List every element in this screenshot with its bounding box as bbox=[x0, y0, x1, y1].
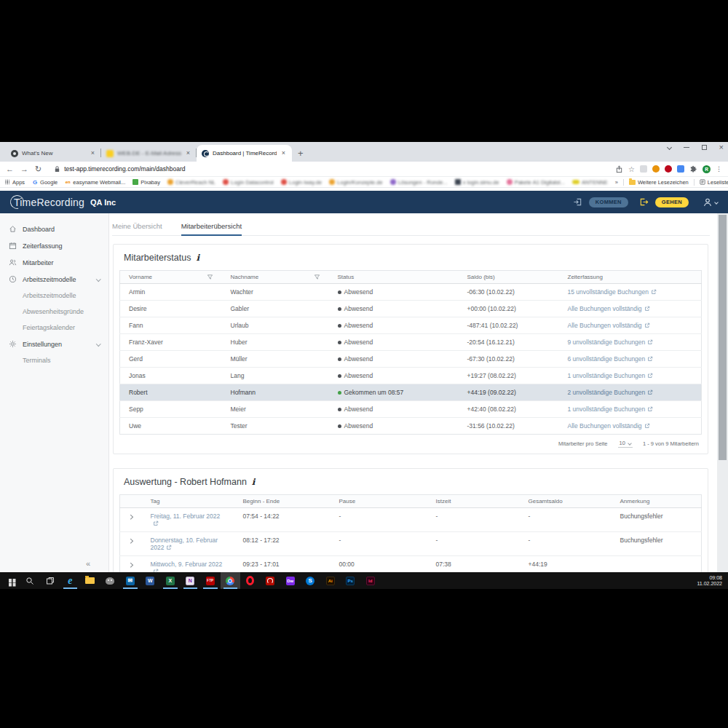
employee-row[interactable]: DesireGablerAbwesend+00:00 (10.02.22)All… bbox=[120, 301, 702, 317]
more-bookmarks-button[interactable]: Weitere Lesezeichen bbox=[629, 179, 689, 186]
taskbar-file-explorer-icon[interactable] bbox=[80, 572, 100, 589]
cell-tag-link[interactable]: Donnerstag, 10. Februar 2022 bbox=[142, 532, 234, 556]
external-link-icon[interactable] bbox=[644, 306, 650, 312]
bookmark-item[interactable]: x login.simu.de bbox=[455, 179, 499, 186]
cell-zeiterfassung-link[interactable]: 15 unvollständige Buchungen bbox=[559, 284, 702, 301]
taskbar-clock[interactable]: 09:0811.02.2022 bbox=[697, 572, 728, 589]
bookmark-star-icon[interactable]: ☆ bbox=[628, 165, 635, 173]
sidebar-item-feiertagskalender[interactable]: Feiertagskalender bbox=[0, 320, 108, 336]
reading-list-button[interactable]: Leseliste bbox=[700, 179, 728, 186]
taskbar-dreamweaver-icon[interactable]: Dw bbox=[280, 572, 301, 589]
employee-row[interactable]: SeppMeierAbwesend+42:40 (08.02.22)1 unvo… bbox=[120, 401, 702, 418]
profile-avatar[interactable]: R bbox=[703, 165, 711, 173]
bookmark-item[interactable]: Apps bbox=[4, 179, 25, 186]
cell-zeiterfassung-link[interactable]: 2 unvollständige Buchungen bbox=[559, 384, 702, 401]
external-link-icon[interactable] bbox=[647, 373, 653, 379]
scrollbar-thumb[interactable] bbox=[719, 215, 727, 460]
employee-row[interactable]: UweTesterAbwesend-31:56 (10.02.22)Alle B… bbox=[120, 418, 702, 435]
taskbar-photoshop-icon[interactable]: Ps bbox=[341, 572, 361, 589]
bookmark-item[interactable]: Pixabay bbox=[132, 179, 160, 186]
sidebar-item-abwesenheitsgr-nde[interactable]: Abwesenheitsgründe bbox=[0, 304, 108, 320]
taskbar-excel-icon[interactable]: X bbox=[160, 572, 181, 589]
external-link-icon[interactable] bbox=[166, 545, 172, 550]
taskbar-task-view-icon[interactable] bbox=[40, 572, 60, 589]
bookmarks-overflow-icon[interactable]: » bbox=[615, 179, 618, 186]
minimize-icon[interactable] bbox=[684, 147, 689, 148]
external-link-icon[interactable] bbox=[153, 521, 159, 526]
sidebar-item-arbeitszeitmodelle[interactable]: Arbeitszeitmodelle bbox=[0, 271, 108, 288]
external-link-icon[interactable] bbox=[647, 356, 653, 362]
taskbar-skype-icon[interactable]: S bbox=[301, 572, 321, 589]
gehen-button[interactable]: GEHEN bbox=[655, 197, 689, 207]
address-bar[interactable]: test-app.timerecording.com/main/dashboar… bbox=[48, 165, 609, 173]
cell-zeiterfassung-link[interactable]: Alle Buchungen vollständig bbox=[559, 418, 702, 435]
taskbar-illustrator-icon[interactable]: Ai bbox=[320, 572, 341, 589]
cell-zeiterfassung-link[interactable]: 9 unvollständige Buchungen bbox=[559, 334, 702, 351]
extension-icon[interactable] bbox=[677, 165, 684, 173]
tab-close-icon[interactable]: × bbox=[280, 150, 287, 157]
sidebar-item-zeiterfassung[interactable]: Zeiterfassung bbox=[0, 237, 108, 254]
taskbar-opera-icon[interactable] bbox=[240, 572, 261, 589]
bookmark-item[interactable]: Login/Konzepte.de bbox=[329, 179, 383, 186]
sidebar-item-mitarbeiter[interactable]: Mitarbeiter bbox=[0, 254, 108, 271]
cell-zeiterfassung-link[interactable]: Alle Buchungen vollständig bbox=[559, 317, 702, 334]
sidebar-item-arbeitszeitmodelle[interactable]: Arbeitszeitmodelle bbox=[0, 288, 108, 304]
external-link-icon[interactable] bbox=[644, 323, 650, 328]
taskbar-filezilla-ftp-icon[interactable]: FTP bbox=[200, 572, 221, 589]
taskbar-acrobat-icon[interactable] bbox=[261, 572, 281, 589]
sidebar-item-terminals[interactable]: Terminals bbox=[0, 352, 108, 368]
employee-row[interactable]: GerdMüllerAbwesend-67:30 (10.02.22)6 unv… bbox=[120, 351, 702, 368]
share-icon[interactable] bbox=[615, 165, 623, 173]
taskbar-search-icon[interactable] bbox=[20, 572, 41, 589]
info-icon[interactable]: i bbox=[196, 253, 199, 263]
chevron-right-icon[interactable] bbox=[128, 539, 132, 543]
taskbar-start-icon[interactable] bbox=[0, 572, 20, 589]
browser-tab[interactable]: Dashboard | TimeRecording× bbox=[197, 145, 292, 162]
browser-tab[interactable]: WEB.DE - E-Mail Adresse koste...× bbox=[101, 145, 197, 162]
back-icon[interactable]: ← bbox=[6, 165, 14, 173]
taskbar-chrome-icon[interactable] bbox=[221, 572, 241, 589]
user-menu[interactable] bbox=[703, 197, 718, 207]
sidebar-item-einstellungen[interactable]: Einstellungen bbox=[0, 336, 108, 352]
employee-row[interactable]: ArminWachterAbwesend-06:30 (10.02.22)15 … bbox=[120, 284, 702, 301]
taskbar-indesign-icon[interactable]: Id bbox=[360, 572, 381, 589]
bookmark-item[interactable]: CleverReach NL bbox=[167, 179, 215, 186]
filter-funnel-icon[interactable] bbox=[314, 274, 320, 280]
cell-zeiterfassung-link[interactable]: Alle Buchungen vollständig bbox=[559, 301, 702, 317]
employee-row[interactable]: Franz-XaverHuberAbwesend-20:54 (16.12.21… bbox=[120, 334, 702, 351]
reload-icon[interactable]: ↻ bbox=[35, 165, 41, 173]
external-link-icon[interactable] bbox=[647, 389, 653, 395]
bookmark-item[interactable]: Login iway.de bbox=[281, 179, 322, 186]
employee-row[interactable]: JonasLangAbwesend+19:27 (08.02.22)1 unvo… bbox=[120, 368, 702, 384]
evaluation-row[interactable]: Donnerstag, 10. Februar 202208:12 - 17:2… bbox=[120, 532, 702, 556]
employee-row[interactable]: RobertHofmannGekommen um 08:57+44:19 (09… bbox=[120, 384, 702, 401]
external-link-icon[interactable] bbox=[647, 406, 653, 412]
extensions-puzzle-icon[interactable] bbox=[689, 165, 697, 173]
extension-icon[interactable] bbox=[665, 165, 672, 173]
taskbar-outlook-icon[interactable]: ✉ bbox=[120, 572, 141, 589]
taskbar-internet-explorer-icon[interactable]: e bbox=[60, 572, 81, 589]
external-link-icon[interactable] bbox=[651, 289, 657, 295]
tab-close-icon[interactable]: × bbox=[90, 150, 96, 157]
cell-zeiterfassung-link[interactable]: 1 unvollständige Buchungen bbox=[559, 368, 702, 384]
employee-row[interactable]: FannUrlaubAbwesend-487:41 (10.02.22)Alle… bbox=[120, 317, 702, 334]
info-icon[interactable]: i bbox=[252, 477, 256, 487]
tab-search-icon[interactable] bbox=[667, 144, 672, 149]
kommen-button[interactable]: KOMMEN bbox=[589, 197, 628, 207]
per-page-select[interactable]: 10 bbox=[618, 440, 633, 448]
new-tab-button[interactable]: + bbox=[298, 148, 304, 159]
cell-expand[interactable] bbox=[120, 508, 142, 532]
bookmark-item[interactable]: Lösungen - Ronde... bbox=[390, 179, 448, 186]
tab-mitarbeiter-bersicht[interactable]: Mitarbeiterübersicht bbox=[181, 222, 242, 236]
cell-zeiterfassung-link[interactable]: 6 unvollständige Buchungen bbox=[559, 351, 702, 368]
sidebar-collapse-button[interactable]: « bbox=[86, 559, 721, 568]
bookmark-item[interactable]: ANTENNE bbox=[572, 179, 608, 186]
tab-close-icon[interactable]: × bbox=[185, 150, 191, 157]
tab-meine-bersicht[interactable]: Meine Übersicht bbox=[112, 222, 162, 236]
browser-menu-icon[interactable]: ⋮ bbox=[716, 165, 722, 173]
maximize-icon[interactable] bbox=[702, 145, 707, 150]
external-link-icon[interactable] bbox=[647, 339, 653, 345]
extension-icon[interactable] bbox=[652, 165, 660, 173]
browser-tab[interactable]: What's New× bbox=[6, 145, 101, 162]
evaluation-row[interactable]: Freitag, 11. Februar 202207:54 - 14:22--… bbox=[120, 508, 702, 532]
